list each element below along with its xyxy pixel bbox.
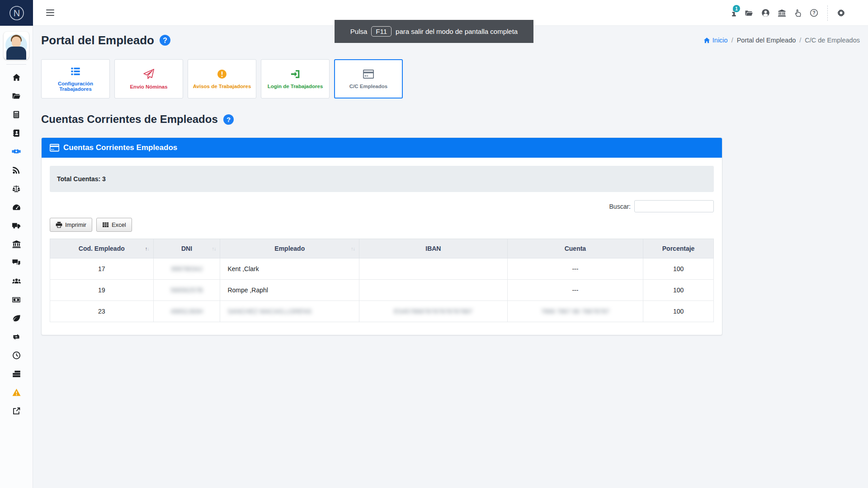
handshake-icon: [11, 147, 21, 156]
cell-cuenta: ---: [507, 280, 643, 301]
bank-button[interactable]: [778, 9, 786, 17]
cell-iban: ES45786878787878787887: [359, 301, 508, 322]
settings-button[interactable]: [837, 9, 845, 17]
toast-text-prefix: Pulsa: [350, 28, 368, 35]
sidebar-item-feeds[interactable]: [0, 161, 33, 179]
column-header-empleado[interactable]: Empleado↑↓: [220, 239, 359, 258]
search-label: Buscar:: [609, 203, 631, 210]
total-accounts-box: Total Cuentas: 3: [50, 166, 714, 192]
help-circle-icon: ?: [160, 35, 170, 46]
page-help-button[interactable]: ?: [160, 35, 170, 46]
column-header-cuenta[interactable]: Cuenta: [507, 239, 643, 258]
cell-empleado: Rompe ,Raphl: [220, 280, 359, 301]
sidebar-item-calculator[interactable]: [0, 105, 33, 124]
total-accounts-label: Total Cuentas: 3: [57, 175, 106, 183]
sort-icon: ↑↓: [351, 246, 355, 251]
sidebar-item-payments[interactable]: [0, 291, 33, 309]
external-link-icon: [12, 407, 21, 415]
column-header-iban[interactable]: IBAN: [359, 239, 508, 258]
sidebar-item-alerts[interactable]: [0, 383, 33, 402]
table-icon: [102, 221, 109, 228]
tab-avisos-trabajadores[interactable]: Avisos de Trabajadores: [188, 59, 256, 99]
sidebar-item-home[interactable]: [0, 68, 33, 87]
leaf-icon: [12, 314, 21, 323]
sidebar-item-banking[interactable]: [0, 235, 33, 253]
profile-button[interactable]: [761, 9, 770, 17]
sidebar-item-employee-portal[interactable]: [0, 142, 33, 161]
column-header-porcentaje[interactable]: Porcentaje: [643, 239, 714, 258]
home-icon: [703, 37, 710, 44]
portal-tabs: Configuración Trabajadores Envío Nóminas…: [41, 59, 403, 99]
toast-text-suffix: para salir del modo de pantalla completa: [396, 28, 518, 35]
table-row[interactable]: 23 49652J83H SANCHEZ MACIAS,LORENS ES457…: [50, 301, 714, 322]
search-input[interactable]: [634, 200, 714, 212]
user-circle-icon: [761, 9, 770, 17]
sidebar-item-history[interactable]: [0, 346, 33, 365]
sidebar-item-transfers[interactable]: [0, 328, 33, 346]
tab-login-trabajadores[interactable]: Login de Trabajadores: [261, 59, 330, 99]
tab-cc-empleados[interactable]: C/C Empleados: [334, 59, 403, 99]
cell-porcentaje: 100: [643, 280, 714, 301]
documents-button[interactable]: [744, 9, 754, 17]
paper-plane-icon: [143, 69, 154, 80]
balance-scale-icon: [12, 184, 21, 193]
sidebar-item-external[interactable]: [0, 402, 33, 420]
table-row[interactable]: 19 56656257B Rompe ,Raphl --- 100: [50, 280, 714, 301]
user-avatar[interactable]: [4, 32, 29, 60]
sidebar-item-dashboard[interactable]: [0, 198, 33, 216]
app-logo[interactable]: N: [0, 0, 33, 26]
money-bill-icon: [12, 296, 21, 304]
section-help-button[interactable]: ?: [223, 114, 234, 125]
svg-text:?: ?: [163, 37, 167, 44]
column-header-cod-empleado[interactable]: Cod. Empleado↑↓: [50, 239, 154, 258]
cell-empleado: SANCHEZ MACIAS,LORENS: [220, 301, 359, 322]
cell-porcentaje: 100: [643, 301, 714, 322]
cell-dni: 49652J83H: [153, 301, 220, 322]
pointer-tools-button[interactable]: [794, 9, 802, 17]
retweet-icon: [12, 333, 21, 341]
sidebar-item-files[interactable]: [0, 87, 33, 105]
column-header-dni[interactable]: DNI↑↓: [153, 239, 220, 258]
users-icon: [12, 277, 21, 286]
table-row[interactable]: 17 99978034J Kent ,Clark --- 100: [50, 258, 714, 280]
sidebar-item-contacts[interactable]: [0, 124, 33, 142]
folder-open-icon: [744, 9, 754, 17]
breadcrumb-home-link[interactable]: Inicio: [703, 37, 728, 44]
help-button[interactable]: ?: [810, 9, 818, 17]
notification-badge: 1: [733, 5, 740, 12]
accounts-panel: Cuentas Corrientes Empleados Total Cuent…: [41, 137, 722, 335]
accounts-table: Cod. Empleado↑↓ DNI↑↓ Empleado↑↓ IBAN Cu…: [50, 239, 714, 322]
cell-cod: 23: [50, 301, 154, 322]
bank-icon: [12, 240, 21, 249]
cell-cod: 17: [50, 258, 154, 280]
breadcrumb-current: C/C de Empleados: [805, 37, 860, 44]
svg-text:?: ?: [812, 10, 816, 15]
clock-icon: [12, 351, 21, 360]
sidebar-item-groups[interactable]: [0, 272, 33, 291]
menu-toggle-button[interactable]: [46, 9, 54, 18]
sidebar-item-logistics[interactable]: [0, 216, 33, 235]
sidebar-item-legal[interactable]: [0, 179, 33, 198]
sidebar-item-environment[interactable]: [0, 309, 33, 328]
list-icon: [71, 66, 80, 76]
breadcrumb-portal-link[interactable]: Portal del Empleado: [737, 37, 796, 44]
tab-configuracion-trabajadores[interactable]: Configuración Trabajadores: [41, 59, 110, 99]
sidebar-item-servers[interactable]: [0, 365, 33, 383]
sort-icon: ↑↓: [145, 246, 149, 251]
truck-icon: [12, 221, 21, 230]
excel-button[interactable]: Excel: [96, 218, 132, 232]
sign-in-icon: [290, 69, 301, 79]
cell-iban: [359, 280, 508, 301]
credit-card-icon: [363, 69, 374, 79]
rss-icon: [12, 166, 20, 174]
cell-cuenta: 7868 7867 88 78878787: [507, 301, 643, 322]
gear-icon: [837, 9, 845, 17]
tab-envio-nominas[interactable]: Envío Nóminas: [114, 59, 183, 99]
cell-dni: 99978034J: [153, 258, 220, 280]
exclamation-circle-icon: [217, 69, 227, 79]
notifications-button[interactable]: 1: [731, 9, 736, 17]
print-button[interactable]: Imprimir: [50, 218, 92, 232]
comments-icon: [12, 258, 21, 267]
sidebar-item-messages[interactable]: [0, 253, 33, 272]
help-circle-icon: ?: [223, 114, 234, 125]
